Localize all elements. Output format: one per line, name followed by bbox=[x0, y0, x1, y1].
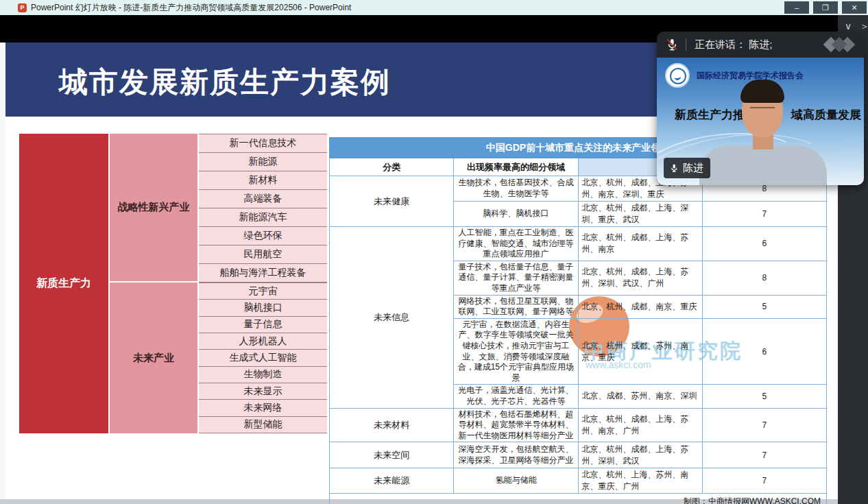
hierarchy-item: 新能源 bbox=[199, 153, 327, 171]
hierarchy-item: 生物制造 bbox=[199, 367, 327, 383]
hierarchy-item: 民用航空 bbox=[199, 245, 327, 264]
divider bbox=[686, 38, 686, 51]
hierarchy-group-label: 未来产业 bbox=[110, 283, 197, 433]
hierarchy-item: 元宇宙 bbox=[199, 283, 327, 300]
count-cell: 5 bbox=[702, 385, 826, 408]
category-cell: 未来健康 bbox=[330, 176, 454, 227]
hierarchy-item: 新型储能 bbox=[199, 417, 327, 433]
cities-cell: 北京、杭州、成都、上海、苏州、深圳、武汉 bbox=[578, 442, 702, 468]
talk-title-left: 新质生产力推 bbox=[675, 107, 745, 123]
hierarchy-root-label: 新质生产力 bbox=[36, 276, 91, 291]
hierarchy-item: 脑机接口 bbox=[199, 300, 327, 316]
category-cell: 未来空间 bbox=[330, 442, 454, 468]
speaker-video: 国际经济贸易学院学术报告会 新质生产力推 域高质量发展 陈进 bbox=[657, 58, 864, 185]
hierarchy-root-cell: 新质生产力 bbox=[19, 134, 110, 433]
hierarchy-item: 量子信息 bbox=[199, 317, 327, 333]
count-cell: 7 bbox=[702, 442, 826, 468]
hierarchy-item: 船舶与海洋工程装备 bbox=[199, 264, 327, 283]
chevron-down-icon[interactable]: ∨ bbox=[845, 21, 852, 32]
hierarchy-item: 新材料 bbox=[199, 171, 327, 190]
productivity-hierarchy-diagram: 新质生产力 战略性新兴产业 未来产业 新一代信息技术 新能源 新材料 高端装备 … bbox=[19, 134, 327, 433]
table-row: 未来信息 人工智能，重点在工业制造、医疗健康、智能交通、城市治理等重点领域应用推… bbox=[330, 227, 827, 261]
hierarchy-item: 生成式人工智能 bbox=[199, 350, 327, 366]
meeting-video-panel[interactable]: 正在讲话： 陈进; 国际经济贸易学院学术报告会 新质生产力推 域高质量发展 bbox=[657, 32, 864, 185]
talk-title-right: 域高质量发展 bbox=[791, 107, 861, 123]
speaking-name: 陈进; bbox=[749, 38, 772, 50]
category-cell: 未来材料 bbox=[330, 408, 454, 442]
table-row: 未来能源 氢能与储能 北京、杭州、上海、苏州、南京、重庆、广州 7 bbox=[330, 468, 827, 494]
hierarchy-item: 未来网络 bbox=[199, 400, 327, 416]
cities-cell: 北京、杭州、上海、苏州、南京、重庆、广州 bbox=[578, 468, 702, 494]
header-category: 分类 bbox=[330, 158, 454, 176]
table-attribution: 制图：中商情报网WWW.ASKCI.COM bbox=[330, 494, 827, 504]
window-title: PowerPoint 幻灯片放映 - 陈进-新质生产力推动商贸领域高质量发展20… bbox=[31, 2, 351, 14]
cities-cell: 北京、杭州、成都、上海、苏州、南京、广州 bbox=[578, 408, 702, 442]
future-industry-table: 中国GDP前十城市重点关注的未来产业领域 分类 出现频率最高的细分领域 未来健康… bbox=[329, 137, 827, 504]
hierarchy-item: 绿色环保 bbox=[199, 227, 327, 245]
count-cell: 7 bbox=[702, 468, 826, 494]
category-cell: 未来能源 bbox=[330, 468, 454, 494]
restore-button[interactable]: ❐ bbox=[813, 1, 838, 14]
cities-cell: 北京、杭州、成都、南京、重庆 bbox=[578, 295, 702, 318]
slide-title: 城市发展新质生产力案例 bbox=[59, 63, 391, 101]
count-cell: 6 bbox=[702, 227, 826, 261]
table-row: 未来空间 深海空天开发，包括航空航天、深海探采、卫星网络等细分产业 北京、杭州、… bbox=[330, 442, 827, 468]
window-controls: – ❐ ✕ bbox=[784, 1, 867, 14]
hierarchy-items-future: 元宇宙 脑机接口 量子信息 人形机器人 生成式人工智能 生物制造 未来显示 未来… bbox=[199, 283, 327, 433]
speaking-status: 正在讲话： 陈进; bbox=[695, 38, 772, 51]
org-title: 国际经济贸易学院学术报告会 bbox=[697, 70, 804, 82]
screen: P PowerPoint 幻灯片放映 - 陈进-新质生产力推动商贸领域高质量发展… bbox=[0, 0, 868, 504]
field-cell: 光电子，涵盖光通信、光计算、光伏、光子芯片、光器件等 bbox=[454, 385, 578, 408]
university-logo-icon bbox=[665, 63, 690, 88]
speaker-glasses bbox=[750, 107, 775, 110]
hierarchy-item: 新能源汽车 bbox=[199, 208, 327, 227]
table-footer-row: 制图：中商情报网WWW.ASKCI.COM bbox=[330, 494, 827, 504]
field-cell: 脑科学、脑机接口 bbox=[454, 202, 578, 227]
field-cell: 元宇宙，在数据流通、内容生产、数字孪生等领域突破一批关键核心技术，推动元宇宙与工… bbox=[454, 318, 578, 385]
cities-cell: 北京、杭州、成都、上海、苏州、南京 bbox=[578, 227, 702, 261]
field-cell: 氢能与储能 bbox=[454, 468, 578, 494]
window-titlebar: P PowerPoint 幻灯片放映 - 陈进-新质生产力推动商贸领域高质量发展… bbox=[0, 0, 868, 15]
field-cell: 人工智能，重点在工业制造、医疗健康、智能交通、城市治理等重点领域应用推广 bbox=[454, 227, 578, 261]
hierarchy-group-label: 战略性新兴产业 bbox=[110, 134, 197, 283]
hierarchy-item: 人形机器人 bbox=[199, 333, 327, 350]
mic-icon bbox=[669, 163, 679, 173]
count-cell: 5 bbox=[702, 295, 826, 318]
field-cell: 材料技术，包括石墨烯材料、超导材料、超宽禁带半导体材料、新一代生物医用材料等细分… bbox=[454, 408, 578, 442]
count-cell: 6 bbox=[702, 318, 826, 385]
speaking-bar: 正在讲话： 陈进; bbox=[657, 32, 864, 58]
minimize-button[interactable]: – bbox=[784, 1, 809, 14]
speaker-badge-name: 陈进 bbox=[683, 162, 703, 175]
mic-muted-icon bbox=[665, 38, 679, 51]
powerpoint-icon: P bbox=[18, 3, 27, 12]
speaker-shoulders bbox=[699, 145, 827, 185]
speaker-name-badge: 陈进 bbox=[664, 158, 710, 178]
cities-cell: 北京、杭州、成都、上海、深圳、重庆、武汉 bbox=[578, 202, 702, 227]
field-cell: 量子技术，包括量子信息、量子通信、量子计算、量子精密测量等重点产业等 bbox=[454, 261, 578, 295]
count-cell: 7 bbox=[702, 408, 826, 442]
field-cell: 深海空天开发，包括航空航天、深海探采、卫星网络等细分产业 bbox=[454, 442, 578, 468]
hierarchy-item: 新一代信息技术 bbox=[199, 134, 327, 153]
category-cell: 未来信息 bbox=[330, 227, 454, 409]
field-cell: 网络技术，包括卫星互联网、物联网、工业互联网、量子网络等 bbox=[454, 295, 578, 318]
hierarchy-item: 未来显示 bbox=[199, 383, 327, 400]
cities-cell: 北京、杭州、成都、苏州、南京、重庆 bbox=[578, 318, 702, 385]
count-cell: 7 bbox=[702, 202, 826, 227]
hierarchy-item-column: 新一代信息技术 新能源 新材料 高端装备 新能源汽车 绿色环保 民用航空 船舶与… bbox=[199, 134, 327, 433]
speaking-label: 正在讲话： bbox=[695, 38, 746, 50]
video-slide-header: 国际经济贸易学院学术报告会 bbox=[665, 63, 804, 88]
table-row: 未来材料 材料技术，包括石墨烯材料、超导材料、超宽禁带半导体材料、新一代生物医用… bbox=[330, 408, 827, 442]
hierarchy-items-strategic: 新一代信息技术 新能源 新材料 高端装备 新能源汽车 绿色环保 民用航空 船舶与… bbox=[199, 134, 327, 283]
hierarchy-item: 高端装备 bbox=[199, 190, 327, 208]
close-button[interactable]: ✕ bbox=[842, 1, 867, 14]
cities-cell: 北京、杭州、成都、上海、苏州、深圳、武汉、广州 bbox=[578, 261, 702, 295]
hierarchy-group-column: 战略性新兴产业 未来产业 bbox=[110, 134, 199, 433]
header-field: 出现频率最高的细分领域 bbox=[454, 158, 578, 176]
field-cell: 生物技术，包括基因技术、合成生物、生物医学等 bbox=[454, 176, 578, 202]
left-edge-strip bbox=[0, 43, 5, 504]
meeting-app-logo-icon bbox=[824, 36, 856, 53]
count-cell: 8 bbox=[702, 261, 826, 295]
cities-cell: 北京、成都、苏州、南京、深圳 bbox=[578, 385, 702, 408]
